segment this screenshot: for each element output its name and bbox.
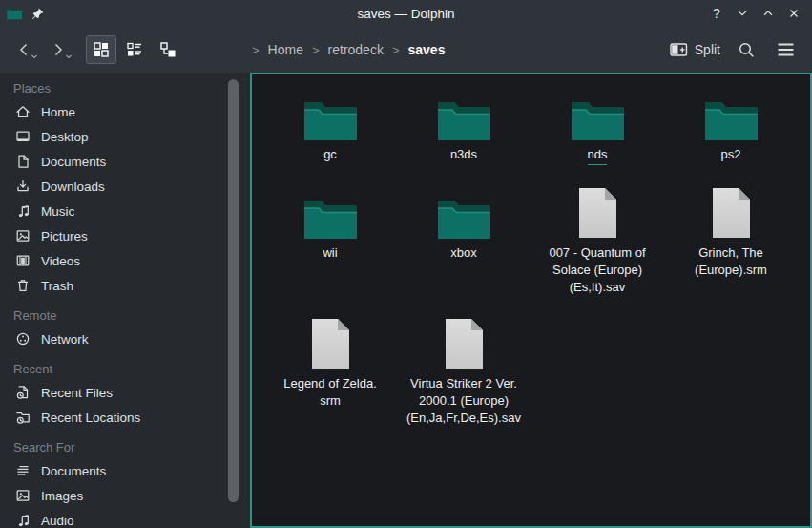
navigation-buttons <box>10 34 73 65</box>
item-label: Legend of Zelda.srm <box>283 375 377 410</box>
sidebar-item-desktop[interactable]: Desktop <box>0 124 250 149</box>
item-label: wii <box>323 244 337 262</box>
item-label-line: (Europe).srm <box>695 262 767 279</box>
help-button[interactable]: ? <box>706 3 727 24</box>
item-label-line: Virtua Striker 2 Ver. <box>406 375 521 392</box>
item-label-line: Grinch, The <box>695 244 767 262</box>
breadcrumb-retrodeck[interactable]: retrodeck <box>328 42 384 57</box>
item-label: xbox <box>450 244 476 262</box>
icon-slot <box>303 82 357 141</box>
folder-item-ps2[interactable]: ps2 <box>664 82 798 165</box>
folder-icon <box>571 97 624 141</box>
sidebar-item-downloads[interactable]: Downloads <box>0 174 250 199</box>
breadcrumb-current[interactable]: saves <box>408 42 446 57</box>
sidebar-item-home[interactable]: Home <box>0 99 250 124</box>
item-label: gc <box>323 146 337 163</box>
icon-slot <box>437 180 490 240</box>
image-icon <box>14 488 31 504</box>
recent-locations-icon <box>14 410 31 426</box>
sidebar-item-label: Home <box>41 105 75 119</box>
forward-button[interactable] <box>44 34 73 65</box>
breadcrumb-home[interactable]: Home <box>268 42 303 57</box>
item-label-line: xbox <box>450 244 476 262</box>
view-mode-buttons <box>86 35 183 64</box>
folder-item-gc[interactable]: gc <box>263 82 397 165</box>
search-icon[interactable] <box>733 36 760 63</box>
pin-icon[interactable] <box>31 7 45 21</box>
sidebar-item-label: Images <box>41 489 83 503</box>
sidebar-section-places: PlacesHomeDesktopDocumentsDownloadsMusic… <box>0 76 250 298</box>
window-folder-icon <box>7 7 22 20</box>
sidebar-item-label: Desktop <box>41 130 89 144</box>
sidebar-item-trash[interactable]: Trash <box>0 273 250 298</box>
maximize-button[interactable] <box>758 3 779 24</box>
sidebar-section-remote: RemoteNetwork <box>0 304 250 351</box>
music-note-icon <box>14 513 31 528</box>
toolbar-right: Split <box>670 36 812 63</box>
file-item-grinch-the[interactable]: Grinch, The(Europe).srm <box>664 180 798 296</box>
sidebar-item-images[interactable]: Images <box>0 483 250 508</box>
sidebar-item-music[interactable]: Music <box>0 199 250 223</box>
split-button[interactable]: Split <box>670 42 720 57</box>
item-label-line: n3ds <box>450 146 477 163</box>
back-dropdown-icon[interactable] <box>31 46 38 63</box>
sidebar-item-recent-files[interactable]: Recent Files <box>0 380 250 405</box>
file-item-legend-of-zelda[interactable]: Legend of Zelda.srm <box>263 311 397 427</box>
item-label-line: (Es,It).sav <box>549 279 645 296</box>
titlebar: saves — Dolphin ? <box>0 0 812 27</box>
back-button[interactable] <box>10 34 38 65</box>
sidebar-item-label: Recent Locations <box>41 411 140 425</box>
window-title: saves — Dolphin <box>0 7 812 21</box>
icon-slot <box>576 180 619 240</box>
sidebar-item-label: Documents <box>41 155 106 169</box>
sidebar-item-videos[interactable]: Videos <box>0 248 250 273</box>
sidebar-item-pictures[interactable]: Pictures <box>0 223 250 248</box>
sidebar-item-documents[interactable]: Documents <box>0 458 250 483</box>
details-view-button[interactable] <box>119 35 150 64</box>
sidebar-item-label: Videos <box>41 254 80 268</box>
folder-item-nds[interactable]: nds <box>531 82 664 165</box>
item-label-line: nds <box>588 146 608 165</box>
file-icon <box>443 317 486 370</box>
close-button[interactable] <box>783 3 804 24</box>
file-item-virtua-striker-2-ver[interactable]: Virtua Striker 2 Ver.2000.1 (Europe)(En,… <box>397 311 531 427</box>
network-icon <box>14 331 31 348</box>
recent-files-icon <box>14 385 31 401</box>
item-label-line: Legend of Zelda. <box>283 375 377 392</box>
sidebar-section-recent: RecentRecent FilesRecent Locations <box>0 357 250 430</box>
sidebar-scrollbar[interactable] <box>228 79 239 502</box>
tree-view-button[interactable] <box>153 35 183 64</box>
breadcrumb-separator: > <box>312 43 320 57</box>
sidebar-item-label: Trash <box>41 279 73 293</box>
folder-view[interactable]: gc n3ds nds ps2 wii xbox 007 - Quantum o… <box>250 73 812 528</box>
file-item-007-quantum-of[interactable]: 007 - Quantum ofSolace (Europe)(Es,It).s… <box>531 180 664 296</box>
item-label: 007 - Quantum ofSolace (Europe)(Es,It).s… <box>549 244 645 296</box>
toolbar: > Home > retrodeck > saves Split <box>0 27 812 73</box>
icon-slot <box>443 311 486 370</box>
split-button-label: Split <box>695 42 720 57</box>
folder-item-xbox[interactable]: xbox <box>397 180 531 296</box>
hamburger-menu-icon[interactable] <box>772 36 799 63</box>
file-icon <box>309 317 352 370</box>
folder-item-n3ds[interactable]: n3ds <box>397 82 531 165</box>
forward-dropdown-icon[interactable] <box>65 46 73 63</box>
sidebar-item-network[interactable]: Network <box>0 327 250 351</box>
folder-icon <box>303 97 357 141</box>
icons-view-button[interactable] <box>86 35 116 64</box>
icon-slot <box>309 311 352 370</box>
sidebar-item-documents[interactable]: Documents <box>0 149 250 174</box>
sidebar-item-audio[interactable]: Audio <box>0 508 250 528</box>
item-label-line: (En,Ja,Fr,De,Es).sav <box>406 410 521 427</box>
sidebar-item-label: Network <box>41 332 89 347</box>
item-label-line: 2000.1 (Europe) <box>406 392 521 410</box>
sidebar-item-recent-locations[interactable]: Recent Locations <box>0 405 250 430</box>
sidebar-section-search-for: Search ForDocumentsImagesAudio <box>0 435 250 528</box>
folder-icon <box>704 97 758 141</box>
item-label-line: ps2 <box>721 146 741 163</box>
folder-item-wii[interactable]: wii <box>263 180 397 296</box>
item-label: ps2 <box>721 146 741 163</box>
image-icon <box>14 228 31 244</box>
sidebar-item-label: Pictures <box>41 229 88 243</box>
places-panel: PlacesHomeDesktopDocumentsDownloadsMusic… <box>0 73 250 528</box>
minimize-button[interactable] <box>732 3 753 24</box>
